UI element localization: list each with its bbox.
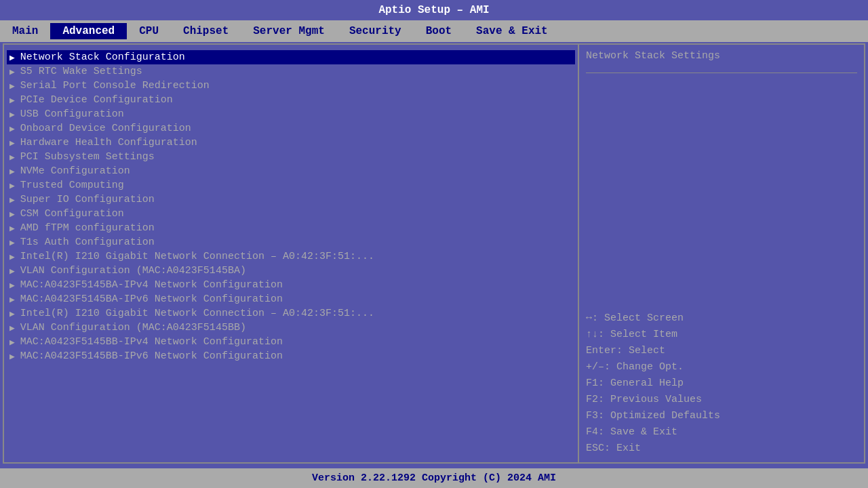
entry-label: S5 RTC Wake Settings <box>20 66 142 77</box>
menu-entry[interactable]: ▶Network Stack Configuration <box>7 50 575 64</box>
menu-entry[interactable]: ▶VLAN Configuration (MAC:A0423F5145BA) <box>7 264 575 278</box>
menu-entry[interactable]: ▶MAC:A0423F5145BA-IPv4 Network Configura… <box>7 278 575 292</box>
menu-entry[interactable]: ▶MAC:A0423F5145BA-IPv6 Network Configura… <box>7 292 575 306</box>
entry-label: NVMe Configuration <box>20 165 130 177</box>
menu-entry[interactable]: ▶S5 RTC Wake Settings <box>7 64 575 79</box>
app-title: Aptio Setup – AMI <box>378 4 489 16</box>
menu-entry[interactable]: ▶MAC:A0423F5145BB-IPv6 Network Configura… <box>7 349 575 363</box>
entry-label: PCI Subsystem Settings <box>20 151 155 163</box>
entry-label: Onboard Device Configuration <box>20 123 191 134</box>
arrow-icon: ▶ <box>9 52 15 63</box>
menu-entry[interactable]: ▶Intel(R) I210 Gigabit Network Connectio… <box>7 249 575 264</box>
menu-entry[interactable]: ▶Onboard Device Configuration <box>7 121 575 136</box>
entry-label: CSM Configuration <box>20 208 124 220</box>
entry-label: Serial Port Console Redirection <box>20 80 210 92</box>
menu-entry[interactable]: ▶PCIe Device Configuration <box>7 93 575 107</box>
entry-label: Intel(R) I210 Gigabit Network Connection… <box>20 251 374 262</box>
key-hint: F1: General Help <box>586 375 857 392</box>
menu-entry[interactable]: ▶CSM Configuration <box>7 207 575 221</box>
arrow-icon: ▶ <box>9 123 15 134</box>
arrow-icon: ▶ <box>9 109 15 120</box>
title-bar: Aptio Setup – AMI <box>0 0 868 20</box>
menu-entry[interactable]: ▶T1s Auth Configuration <box>7 235 575 249</box>
arrow-icon: ▶ <box>9 323 15 333</box>
entry-label: Intel(R) I210 Gigabit Network Connection… <box>20 308 374 319</box>
footer-text: Version 2.22.1292 Copyright (C) 2024 AMI <box>312 472 556 484</box>
arrow-icon: ▶ <box>9 223 15 234</box>
menu-bar: MainAdvancedCPUChipsetServer MgmtSecurit… <box>0 20 868 42</box>
key-hint: ↔: Select Screen <box>586 310 857 327</box>
arrow-icon: ▶ <box>9 266 15 277</box>
footer: Version 2.22.1292 Copyright (C) 2024 AMI <box>0 468 868 488</box>
menu-entry[interactable]: ▶Serial Port Console Redirection <box>7 79 575 93</box>
arrow-icon: ▶ <box>9 81 15 92</box>
key-hint: F3: Optimized Defaults <box>586 408 857 424</box>
arrow-icon: ▶ <box>9 337 15 348</box>
menu-item-server-mgmt[interactable]: Server Mgmt <box>241 23 337 39</box>
entry-label: VLAN Configuration (MAC:A0423F5145BA) <box>20 265 246 277</box>
key-hint: ESC: Exit <box>586 441 857 457</box>
key-hint: ↑↓: Select Item <box>586 327 857 343</box>
menu-entry[interactable]: ▶VLAN Configuration (MAC:A0423F5145BB) <box>7 321 575 335</box>
entry-label: Network Stack Configuration <box>20 52 185 63</box>
arrow-icon: ▶ <box>9 180 15 191</box>
arrow-icon: ▶ <box>9 95 15 106</box>
entry-label: MAC:A0423F5145BB-IPv6 Network Configurat… <box>20 350 283 362</box>
left-panel: ▶Network Stack Configuration▶S5 RTC Wake… <box>4 45 579 462</box>
arrow-icon: ▶ <box>9 209 15 220</box>
arrow-icon: ▶ <box>9 66 15 77</box>
entry-label: USB Configuration <box>20 108 124 120</box>
entry-label: MAC:A0423F5145BA-IPv6 Network Configurat… <box>20 293 283 305</box>
menu-entry[interactable]: ▶Intel(R) I210 Gigabit Network Connectio… <box>7 306 575 321</box>
divider <box>586 73 857 73</box>
menu-entry[interactable]: ▶PCI Subsystem Settings <box>7 150 575 164</box>
arrow-icon: ▶ <box>9 251 15 262</box>
entry-label: VLAN Configuration (MAC:A0423F5145BB) <box>20 322 246 333</box>
entry-label: Super IO Configuration <box>20 194 155 205</box>
arrow-icon: ▶ <box>9 138 15 148</box>
key-hint: +/–: Change Opt. <box>586 359 857 375</box>
entry-label: MAC:A0423F5145BB-IPv4 Network Configurat… <box>20 336 283 348</box>
arrow-icon: ▶ <box>9 166 15 177</box>
menu-entry[interactable]: ▶NVMe Configuration <box>7 164 575 178</box>
menu-item-main[interactable]: Main <box>0 23 50 39</box>
key-hint: Enter: Select <box>586 343 857 359</box>
menu-item-advanced[interactable]: Advanced <box>50 23 127 39</box>
entry-label: Trusted Computing <box>20 180 124 191</box>
key-hint: F4: Save & Exit <box>586 424 857 441</box>
menu-entry[interactable]: ▶Super IO Configuration <box>7 192 575 207</box>
arrow-icon: ▶ <box>9 351 15 362</box>
help-text: Network Stack Settings <box>586 50 857 62</box>
key-hints: ↔: Select Screen↑↓: Select ItemEnter: Se… <box>586 310 857 457</box>
menu-entry[interactable]: ▶MAC:A0423F5145BB-IPv4 Network Configura… <box>7 335 575 349</box>
menu-entry[interactable]: ▶Trusted Computing <box>7 178 575 192</box>
menu-item-save-and-exit[interactable]: Save & Exit <box>464 23 560 39</box>
arrow-icon: ▶ <box>9 308 15 319</box>
menu-entry[interactable]: ▶AMD fTPM configuration <box>7 221 575 235</box>
entry-label: MAC:A0423F5145BA-IPv4 Network Configurat… <box>20 279 283 291</box>
key-hint: F2: Previous Values <box>586 392 857 408</box>
menu-item-chipset[interactable]: Chipset <box>171 23 241 39</box>
entry-label: PCIe Device Configuration <box>20 94 173 106</box>
arrow-icon: ▶ <box>9 195 15 205</box>
menu-item-boot[interactable]: Boot <box>414 23 464 39</box>
entry-label: Hardware Health Configuration <box>20 137 197 148</box>
arrow-icon: ▶ <box>9 294 15 305</box>
menu-entry[interactable]: ▶USB Configuration <box>7 107 575 121</box>
content-area: ▶Network Stack Configuration▶S5 RTC Wake… <box>3 43 865 464</box>
entry-label: AMD fTPM configuration <box>20 222 155 234</box>
right-panel: Network Stack Settings ↔: Select Screen↑… <box>579 45 864 462</box>
arrow-icon: ▶ <box>9 152 15 163</box>
menu-item-security[interactable]: Security <box>337 23 414 39</box>
entry-label: T1s Auth Configuration <box>20 237 155 248</box>
menu-item-cpu[interactable]: CPU <box>127 23 171 39</box>
arrow-icon: ▶ <box>9 280 15 291</box>
arrow-icon: ▶ <box>9 237 15 248</box>
menu-entry[interactable]: ▶Hardware Health Configuration <box>7 136 575 150</box>
